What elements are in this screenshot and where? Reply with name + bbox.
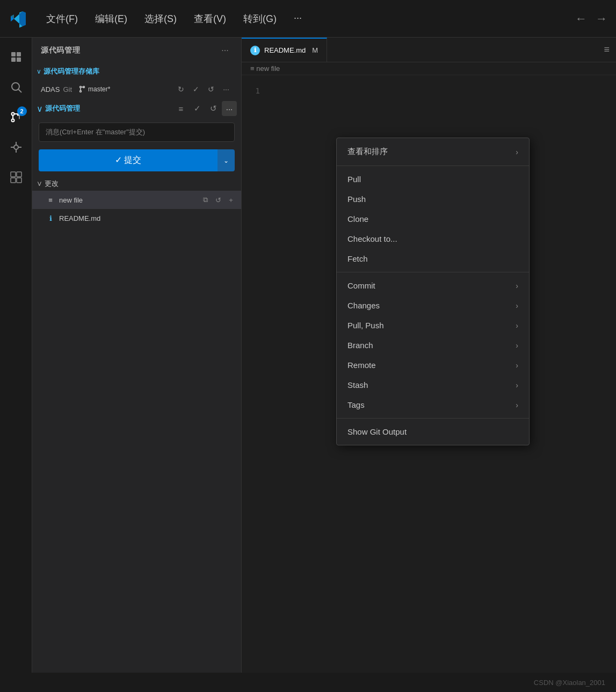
menu-item-pull-push-label: Pull, Push xyxy=(347,321,384,330)
sidebar-more-button[interactable]: ··· xyxy=(218,43,233,58)
menu-view[interactable]: 查看(V) xyxy=(186,9,234,28)
scm-refresh-button[interactable]: ↺ xyxy=(206,101,221,116)
svg-point-6 xyxy=(11,113,14,116)
repo-name: ADAS xyxy=(41,85,60,93)
changes-header[interactable]: ∨ 更改 xyxy=(32,177,241,191)
branch-info[interactable]: master* xyxy=(78,85,110,93)
menu-item-pull[interactable]: Pull xyxy=(337,169,529,189)
line-numbers: 1 xyxy=(242,84,269,683)
file-discard-button[interactable]: ↺ xyxy=(212,194,224,206)
footer: CSDN @Xiaolan_2001 xyxy=(0,673,616,692)
view-sort-chevron-icon: › xyxy=(516,148,518,156)
file-item-newfile[interactable]: ≡ new file ⧉ ↺ + xyxy=(32,191,241,209)
menu-item-view-sort[interactable]: 查看和排序 › xyxy=(337,141,529,162)
menu-item-changes[interactable]: Changes › xyxy=(337,295,529,315)
sidebar-header-actions: ··· xyxy=(218,43,233,58)
file-item-readme[interactable]: ℹ README.md xyxy=(32,209,241,227)
scm-commit-button[interactable]: ✓ xyxy=(190,101,205,116)
menu-item-fetch[interactable]: Fetch xyxy=(337,249,529,269)
menu-select[interactable]: 选择(S) xyxy=(137,9,184,28)
menu-item-tags-label: Tags xyxy=(347,400,365,409)
svg-line-5 xyxy=(18,90,21,93)
new-file-icon: ≡ xyxy=(45,194,56,205)
file-actions-newfile: ⧉ ↺ + xyxy=(199,194,237,206)
git-badge: 2 xyxy=(17,106,27,116)
menu-section-remote: Pull Push Clone Checkout to... Fetch xyxy=(337,166,529,272)
sidebar: 源代码管理 ··· ∨ 源代码管理存储库 ADAS Git mast xyxy=(32,38,242,692)
svg-rect-1 xyxy=(17,52,21,56)
git-icon[interactable]: 2 xyxy=(3,104,29,130)
svg-rect-0 xyxy=(11,52,16,56)
menu-item-fetch-label: Fetch xyxy=(347,254,368,263)
commit-dropdown-button[interactable]: ⌄ xyxy=(218,149,235,171)
vscode-logo xyxy=(9,9,28,28)
titlebar: 文件(F) 编辑(E) 选择(S) 查看(V) 转到(G) ··· ← → xyxy=(0,0,616,38)
menu-file[interactable]: 文件(F) xyxy=(39,9,85,28)
repo-check-button[interactable]: ✓ xyxy=(190,83,202,96)
menu-item-clone[interactable]: Clone xyxy=(337,209,529,229)
changes-section: ∨ 更改 ≡ new file ⧉ ↺ + ℹ README.md xyxy=(32,177,241,227)
menu-item-tags[interactable]: Tags › xyxy=(337,395,529,415)
commit-chevron-icon: › xyxy=(516,282,518,290)
scm-section-header: ∨ 源代码管理 ≡ ✓ ↺ ··· xyxy=(32,99,241,118)
line-number-1: 1 xyxy=(242,84,260,98)
svg-rect-3 xyxy=(17,57,21,62)
repo-section-title: 源代码管理存储库 xyxy=(44,67,99,76)
menu-item-stash[interactable]: Stash › xyxy=(337,375,529,395)
commit-row: ✓ 提交 ⌄ xyxy=(39,149,235,171)
tab-filename: README.md xyxy=(264,46,306,54)
titlebar-menu: 文件(F) 编辑(E) 选择(S) 查看(V) 转到(G) ··· xyxy=(39,9,564,28)
menu-item-push[interactable]: Push xyxy=(337,189,529,209)
branch-name: master* xyxy=(88,85,110,93)
changes-chevron-icon: › xyxy=(516,301,518,310)
menu-goto[interactable]: 转到(G) xyxy=(236,9,284,28)
menu-item-branch[interactable]: Branch › xyxy=(337,335,529,355)
info-icon: ℹ xyxy=(45,213,56,224)
repo-refresh-button[interactable]: ↻ xyxy=(175,83,187,96)
scm-title: 源代码管理 xyxy=(45,104,80,113)
repo-sync-button[interactable]: ↺ xyxy=(205,83,218,96)
search-icon[interactable] xyxy=(3,74,29,100)
activity-bar: 2 xyxy=(0,38,32,692)
repo-chevron-icon: ∨ xyxy=(37,68,41,75)
tab-menu-button[interactable]: ≡ xyxy=(597,38,616,62)
file-name-readme: README.md xyxy=(59,214,237,222)
menu-item-commit-label: Commit xyxy=(347,281,375,290)
scm-list-button[interactable]: ≡ xyxy=(173,101,189,116)
menu-item-stash-label: Stash xyxy=(347,380,368,390)
svg-rect-2 xyxy=(11,57,16,62)
menu-item-branch-label: Branch xyxy=(347,341,373,350)
scm-actions: ≡ ✓ ↺ ··· xyxy=(173,101,237,116)
explorer-icon[interactable] xyxy=(3,44,29,70)
tab-readme[interactable]: ℹ README.md M xyxy=(242,38,327,62)
stash-chevron-icon: › xyxy=(516,381,518,390)
svg-point-18 xyxy=(80,86,82,88)
svg-point-8 xyxy=(11,119,14,122)
scm-more-button[interactable]: ··· xyxy=(222,101,237,116)
footer-text: CSDN @Xiaolan_2001 xyxy=(534,679,605,687)
forward-button[interactable]: → xyxy=(596,12,607,26)
menu-item-remote-label: Remote xyxy=(347,361,376,370)
menu-item-push-label: Push xyxy=(347,194,366,204)
context-menu: 查看和排序 › Pull Push Clone Checkout to... F… xyxy=(336,138,530,445)
menu-item-show-git-output[interactable]: Show Git Output xyxy=(337,422,529,442)
repo-more-button[interactable]: ··· xyxy=(220,83,233,96)
debug-icon[interactable] xyxy=(3,134,29,160)
repo-section-header[interactable]: ∨ 源代码管理存储库 xyxy=(32,63,241,80)
extensions-icon[interactable] xyxy=(3,164,29,190)
menu-item-commit[interactable]: Commit › xyxy=(337,276,529,295)
back-button[interactable]: ← xyxy=(575,12,587,26)
svg-point-9 xyxy=(14,145,18,149)
file-open-button[interactable]: ⧉ xyxy=(199,194,211,206)
svg-rect-14 xyxy=(11,172,16,177)
menu-item-remote[interactable]: Remote › xyxy=(337,355,529,375)
menu-edit[interactable]: 编辑(E) xyxy=(88,9,135,28)
remote-chevron-icon: › xyxy=(516,361,518,370)
menu-item-pull-push[interactable]: Pull, Push › xyxy=(337,315,529,335)
file-stage-button[interactable]: + xyxy=(225,194,237,206)
message-box[interactable]: 消息(Ctrl+Enter 在"master"提交) xyxy=(39,122,235,142)
menu-more[interactable]: ··· xyxy=(286,9,309,28)
sidebar-header: 源代码管理 ··· xyxy=(32,38,241,63)
menu-item-checkout[interactable]: Checkout to... xyxy=(337,229,529,249)
commit-button[interactable]: ✓ 提交 xyxy=(39,149,218,171)
